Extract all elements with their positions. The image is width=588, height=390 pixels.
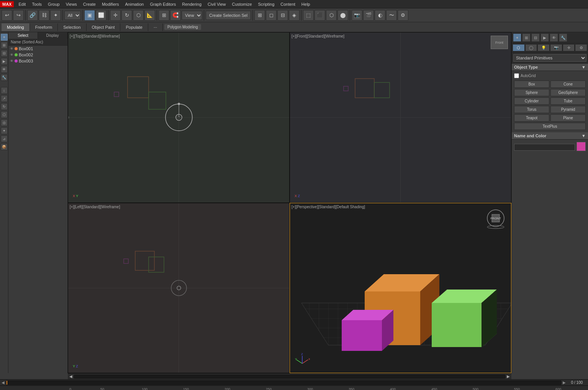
obj-btn-geosphere[interactable]: GeoSphere	[550, 89, 586, 96]
sidebar-misc-icon[interactable]: ✦	[1, 127, 8, 134]
tab-selection[interactable]: Selection	[58, 23, 86, 31]
material-button[interactable]: ◐	[375, 10, 385, 21]
menu-rendering[interactable]: Rendering	[179, 1, 205, 7]
menu-graph-editors[interactable]: Graph Editors	[147, 1, 179, 7]
create-selection-button[interactable]: Create Selection Sel	[206, 11, 251, 20]
rp-tab-geo[interactable]: ⬡	[513, 44, 525, 51]
primitives-select[interactable]: Standard Primitives	[513, 54, 586, 62]
menu-group[interactable]: Group	[45, 1, 63, 7]
sidebar-select-icon[interactable]: ↗	[1, 95, 8, 102]
obj-btn-box[interactable]: Box	[514, 81, 549, 88]
menu-views[interactable]: Views	[63, 1, 80, 7]
object-name-input[interactable]	[514, 144, 575, 151]
obj-btn-teapot[interactable]: Teapot	[514, 114, 549, 122]
redo-button[interactable]: ↪	[13, 10, 24, 21]
sidebar-modify-icon[interactable]: ⊞	[1, 42, 8, 49]
sidebar-create-icon[interactable]: ✦	[1, 34, 8, 41]
tab-freeform[interactable]: Freeform	[30, 23, 58, 31]
timeline-left-btn[interactable]: ◀	[2, 380, 5, 385]
obj-btn-sphere[interactable]: Sphere	[514, 89, 549, 96]
obj-btn-pyramid[interactable]: Pyramid	[550, 106, 586, 113]
timeline-right-btn[interactable]: ▶	[563, 380, 566, 385]
rotate-button[interactable]: ↻	[121, 10, 132, 21]
rp-hierarchy-icon[interactable]: ⊟	[531, 33, 540, 42]
sidebar-display-icon[interactable]: 👁	[1, 66, 8, 73]
sub-obj-button[interactable]: ◈	[289, 10, 300, 21]
rp-display-icon[interactable]: 👁	[550, 33, 558, 42]
timeline-track[interactable]	[6, 380, 561, 385]
settings-button[interactable]: ⚙	[398, 10, 408, 21]
rp-create-icon[interactable]: ✦	[513, 33, 521, 42]
filter-dropdown[interactable]: All	[64, 11, 81, 20]
sidebar-snap-icon[interactable]: ◎	[1, 119, 8, 126]
rp-motion-icon[interactable]: ▶	[541, 33, 549, 42]
scroll-track[interactable]	[74, 375, 505, 378]
menu-create[interactable]: Create	[80, 1, 99, 7]
elem-button[interactable]: ⬤	[337, 10, 348, 21]
grid-button[interactable]: ⊟	[277, 10, 288, 21]
menu-customize[interactable]: Customize	[229, 1, 255, 7]
rp-utilities-icon[interactable]: 🔧	[559, 33, 567, 42]
object-button[interactable]: ◻	[266, 10, 277, 21]
tab-populate[interactable]: Populate	[120, 23, 148, 31]
polygon-modeling-tab[interactable]: Polygon Modeling	[164, 24, 201, 30]
sidebar-scale-icon[interactable]: ⬡	[1, 111, 8, 118]
face-button[interactable]: ⬡	[326, 10, 337, 21]
viewport-perspective[interactable]: [+][Perspective][Standard][Default Shadi…	[290, 203, 511, 374]
rp-modify-icon[interactable]: ⊞	[522, 33, 531, 42]
render-button[interactable]: 📷	[352, 10, 362, 21]
rp-tab-lights[interactable]: 💡	[537, 44, 550, 51]
viewport-front[interactable]: [+][Front][Standard][Wireframe] Front	[290, 32, 511, 203]
sidebar-filter-icon[interactable]: ⊿	[1, 135, 8, 142]
rp-tab-shapes[interactable]: ◯	[525, 44, 537, 51]
menu-content[interactable]: Content	[277, 1, 298, 7]
obj-btn-torus[interactable]: Torus	[514, 106, 549, 113]
obj-btn-cone[interactable]: Cone	[550, 81, 586, 88]
autogrid-checkbox[interactable]	[514, 73, 519, 78]
name-color-header[interactable]: Name and Color ▼	[512, 132, 588, 140]
sidebar-rotate-icon[interactable]: ↻	[1, 103, 8, 110]
scroll-left-btn[interactable]: ◀	[69, 374, 72, 378]
object-type-header[interactable]: Object Type ▼	[512, 64, 588, 71]
viewport-top[interactable]: [+][Top][Standard][Wireframe]	[68, 32, 290, 203]
snap-button[interactable]: 🧲	[170, 10, 181, 21]
tab-modeling[interactable]: Modeling	[2, 23, 30, 31]
obj-btn-textplus[interactable]: TextPlus	[514, 123, 586, 130]
scene-display-tab[interactable]: Display	[38, 32, 67, 39]
sidebar-move-icon[interactable]: ↕	[1, 87, 8, 94]
sidebar-hierarchy-icon[interactable]: ⊟	[1, 50, 8, 57]
color-swatch[interactable]	[577, 142, 586, 151]
bind-button[interactable]: ✦	[50, 10, 61, 21]
select-move-button[interactable]: ✛	[110, 10, 121, 21]
vertex-button[interactable]: ⬚	[303, 10, 314, 21]
select-button[interactable]: ▣	[84, 10, 95, 21]
scene-select-tab[interactable]: Select	[8, 32, 38, 39]
sidebar-asset-icon[interactable]: 📦	[1, 143, 8, 150]
select-region-button[interactable]: ⬜	[96, 10, 106, 21]
list-item[interactable]: 👁 Box002	[8, 52, 67, 58]
sidebar-motion-icon[interactable]: ▶	[1, 58, 8, 65]
hierarchy-button[interactable]: ⊞	[254, 10, 265, 21]
tab-object-paint[interactable]: Object Paint	[87, 23, 121, 31]
viewport-left[interactable]: [+][Left][Standard][Wireframe]	[68, 203, 290, 374]
menu-scripting[interactable]: Scripting	[255, 1, 278, 7]
rp-tab-systems[interactable]: ⚙	[575, 44, 587, 51]
rp-tab-camera[interactable]: 📷	[550, 44, 562, 51]
menu-tools[interactable]: Tools	[29, 1, 45, 7]
menu-civil-view[interactable]: Civil View	[205, 1, 229, 7]
placement-button[interactable]: 📐	[144, 10, 155, 21]
menu-help[interactable]: Help	[298, 1, 313, 7]
scale-button[interactable]: ⬡	[133, 10, 144, 21]
menu-modifiers[interactable]: Modifiers	[99, 1, 122, 7]
list-item[interactable]: 👁 Box003	[8, 58, 67, 64]
edge-button[interactable]: ⬛	[314, 10, 325, 21]
curve-button[interactable]: 〜	[386, 10, 397, 21]
view-dropdown[interactable]: View	[182, 11, 202, 20]
sidebar-utilities-icon[interactable]: 🔧	[1, 74, 8, 81]
obj-btn-plane[interactable]: Plane	[550, 114, 586, 122]
rp-tab-helpers[interactable]: ✛	[563, 44, 575, 51]
max-button[interactable]: MAX	[0, 1, 14, 7]
menu-animation[interactable]: Animation	[122, 1, 147, 7]
list-item[interactable]: 👁 Box001	[8, 46, 67, 52]
tab-extra[interactable]: ···	[148, 23, 163, 31]
